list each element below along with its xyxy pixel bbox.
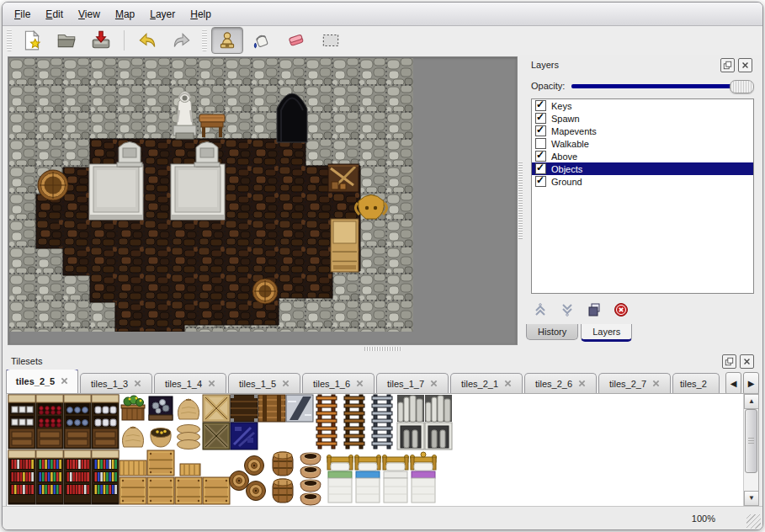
map-object-gravestone[interactable] [117, 142, 142, 168]
close-tab-icon[interactable] [652, 380, 660, 387]
tileset-tab-tiles_2_1[interactable]: tiles_2_1 [450, 373, 523, 393]
tileset-tile-shelf-books[interactable] [64, 450, 91, 504]
tileset-tile-crate-dark[interactable] [231, 395, 258, 422]
menu-item-view[interactable]: View [72, 6, 107, 23]
scroll-up-icon[interactable]: ▲ [744, 394, 759, 409]
menu-item-help[interactable]: Help [183, 6, 218, 23]
layer-visibility-checkbox[interactable] [535, 113, 546, 124]
layer-visibility-checkbox[interactable] [535, 176, 546, 187]
tileset-tile-crate[interactable] [175, 477, 202, 504]
layer-visibility-checkbox[interactable] [535, 151, 546, 162]
tileset-tile-crate-navy[interactable] [231, 423, 258, 450]
map-object-basket[interactable] [252, 279, 278, 304]
tileset-tile-crate-lid[interactable] [180, 464, 200, 476]
tileset-tile-bed[interactable] [411, 452, 437, 503]
map-object-crate-broken[interactable] [328, 164, 359, 192]
layer-row-ground[interactable]: Ground [532, 175, 753, 188]
duplicate-button[interactable] [585, 301, 603, 319]
move-down-button[interactable] [558, 301, 576, 319]
layer-row-spawn[interactable]: Spawn [532, 112, 753, 125]
opacity-slider[interactable] [571, 79, 754, 93]
close-tab-icon[interactable] [504, 380, 512, 387]
map-object-platform[interactable] [89, 164, 143, 220]
menu-item-map[interactable]: Map [109, 6, 141, 23]
horizontal-splitter-handle[interactable] [364, 347, 401, 351]
save-button[interactable] [85, 27, 117, 54]
layer-row-keys[interactable]: Keys [532, 99, 753, 112]
vertical-splitter[interactable] [517, 56, 524, 343]
tileset-tile-crate[interactable] [120, 477, 146, 504]
tileset-tile-shelf[interactable] [64, 395, 91, 449]
float-panel-icon[interactable] [720, 58, 735, 72]
tileset-tile-crate-big[interactable] [147, 450, 174, 476]
tileset-tab-tiles_1_5[interactable]: tiles_1_5 [228, 373, 300, 393]
palette-scrollbar[interactable]: ▲ ▼ [743, 394, 758, 506]
select-button[interactable] [315, 27, 347, 54]
dock-tab-history[interactable]: History [526, 324, 578, 340]
tileset-tile-arch-top[interactable] [425, 395, 452, 422]
layer-row-objects[interactable]: Objects [532, 162, 753, 175]
close-tab-icon[interactable] [430, 380, 438, 387]
close-tab-icon[interactable] [282, 380, 290, 387]
tileset-tile-crate-lid[interactable] [120, 460, 146, 476]
close-tab-icon[interactable] [208, 380, 215, 387]
tileset-tab-tiles_1_6[interactable]: tiles_1_6 [302, 373, 375, 393]
dock-tab-layers[interactable]: Layers [581, 324, 632, 342]
eraser-button[interactable] [280, 27, 312, 54]
menu-item-layer[interactable]: Layer [143, 6, 182, 23]
tileset-tile-shelf[interactable] [92, 395, 119, 449]
tileset-tile-sack-open[interactable] [151, 428, 171, 448]
tileset-palette-canvas[interactable] [7, 394, 730, 507]
tileset-tab-tiles_2_5[interactable]: tiles_2_5 [6, 370, 78, 393]
map-object-platform[interactable] [171, 164, 225, 220]
resize-grip-icon[interactable] [746, 514, 761, 529]
layer-visibility-checkbox[interactable] [535, 100, 546, 111]
open-button[interactable] [50, 27, 82, 54]
tileset-tab-tiles_1_7[interactable]: tiles_1_7 [376, 373, 449, 393]
map-object-gravestone[interactable] [194, 142, 220, 168]
map-object-basket[interactable] [38, 170, 68, 200]
tileset-tab-tiles_2_7[interactable]: tiles_2_7 [598, 373, 671, 393]
map-object-arch[interactable] [277, 93, 307, 142]
menu-item-file[interactable]: File [8, 6, 37, 23]
tileset-tile-crate-bands[interactable] [258, 395, 285, 422]
tabs-scroll-right-button[interactable]: ▶ [743, 372, 759, 395]
scrollbar-thumb[interactable] [745, 409, 757, 473]
tileset-tile-bed[interactable] [383, 455, 409, 503]
layer-visibility-checkbox[interactable] [535, 125, 546, 136]
tileset-tab-tiles_1_4[interactable]: tiles_1_4 [154, 373, 226, 393]
close-panel-icon[interactable] [740, 354, 754, 369]
horizontal-splitter[interactable] [3, 344, 762, 353]
tileset-tile-door-stone[interactable] [397, 423, 424, 450]
close-panel-icon[interactable] [738, 58, 752, 72]
toolbar-drag-handle-2[interactable] [202, 29, 207, 51]
close-tab-icon[interactable] [61, 377, 68, 385]
redo-button[interactable] [166, 27, 198, 54]
tileset-tab-tiles_2[interactable]: tiles_2 [672, 373, 720, 393]
tileset-tile-door-stone[interactable] [425, 423, 452, 450]
tileset-tile-bed[interactable] [327, 455, 353, 503]
tileset-tile-shelf-books[interactable] [8, 450, 35, 504]
tileset-tile-shelf-books[interactable] [92, 450, 119, 504]
tileset-tile-crate[interactable] [147, 477, 174, 504]
tileset-tile-barrel[interactable] [273, 479, 293, 503]
delete-button[interactable] [612, 301, 630, 319]
map-object-crate-tall[interactable] [331, 219, 359, 272]
tileset-tile-shelf-books[interactable] [36, 450, 63, 504]
tileset-tile-shelf[interactable] [36, 395, 63, 449]
vertical-splitter-handle[interactable] [518, 162, 523, 239]
tileset-tile-crate[interactable] [203, 477, 230, 504]
layer-row-mapevents[interactable]: Mapevents [532, 125, 753, 137]
tileset-tab-tiles_2_6[interactable]: tiles_2_6 [524, 373, 597, 393]
map-viewport[interactable] [8, 56, 518, 345]
new-button[interactable] [16, 27, 48, 54]
float-panel-icon[interactable] [722, 354, 736, 369]
opacity-slider-handle[interactable] [730, 80, 754, 93]
tileset-tab-tiles_1_3[interactable]: tiles_1_3 [80, 373, 152, 393]
tileset-tile-arch-top[interactable] [397, 395, 424, 422]
tileset-palette[interactable]: ▲ ▼ [6, 393, 759, 507]
tileset-tile-metal[interactable] [286, 395, 313, 422]
close-tab-icon[interactable] [356, 380, 364, 387]
tileset-tile-sack-pile[interactable] [178, 425, 200, 450]
tileset-tile-bed[interactable] [355, 455, 381, 503]
